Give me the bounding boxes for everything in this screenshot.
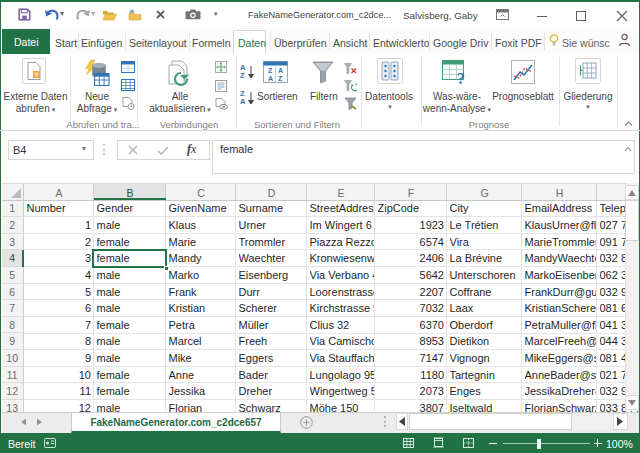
svg-text:?: ? [457, 70, 465, 84]
svg-text:A: A [278, 67, 283, 74]
svg-text:Z: Z [278, 75, 283, 82]
svg-text:Z: Z [268, 67, 273, 74]
svg-text:A: A [268, 75, 273, 82]
